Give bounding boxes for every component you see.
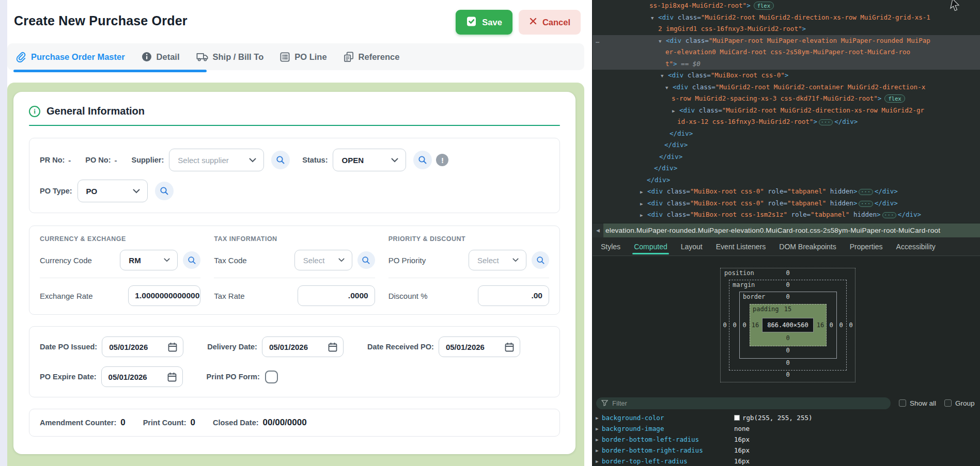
cancel-button[interactable]: Cancel <box>519 10 581 35</box>
status-select[interactable]: OPEN <box>333 149 406 171</box>
exchange-rate-input[interactable]: 1.0000000000000 <box>128 285 200 306</box>
dom-tree-line[interactable]: 2 imgGird1 css-16fnxy3-MuiGrid2-root"> <box>593 23 980 35</box>
color-swatch[interactable] <box>734 415 740 421</box>
expand-children-button[interactable]: ··· <box>882 212 896 218</box>
dom-tree-line[interactable]: s-row MuiGrid2-spacing-xs-3 css-dkd71f-M… <box>593 93 980 105</box>
node-more-actions-button[interactable]: … <box>596 35 600 47</box>
disclosure-arrow-icon[interactable]: ▼ <box>651 12 658 24</box>
dom-tree-line[interactable]: </div> <box>593 151 980 163</box>
devtools-tab-event-listeners[interactable]: Event Listeners <box>709 237 773 255</box>
devtools-tab-properties[interactable]: Properties <box>843 237 890 255</box>
property-disclosure-arrow-icon[interactable]: ▶ <box>596 448 602 453</box>
date-received-po-input[interactable]: 05/01/2026 <box>439 336 520 357</box>
print-po-form-checkbox[interactable] <box>265 371 278 383</box>
property-disclosure-arrow-icon[interactable]: ▶ <box>596 415 602 421</box>
dom-tree-line[interactable]: </div> <box>593 163 980 174</box>
dom-tree-line[interactable]: t"> == $0 <box>593 58 980 70</box>
group-checkbox[interactable] <box>944 399 952 407</box>
delivery-date-input[interactable]: 05/01/2026 <box>262 336 344 357</box>
dom-tree-line[interactable]: …▼<div class="MuiPaper-root MuiPaper-ele… <box>593 35 980 47</box>
property-name[interactable]: background-color <box>602 414 664 422</box>
dom-tree-line[interactable]: ▼<div class="MuiGrid2-root MuiGrid2-cont… <box>593 82 980 93</box>
dom-tree-line[interactable]: ▶<div class="MuiGrid2-root MuiGrid2-dire… <box>593 105 980 117</box>
po-type-select[interactable]: PO <box>77 180 148 202</box>
po-priority-select[interactable]: Select <box>469 250 526 270</box>
margin-left-value[interactable]: 0 <box>733 322 736 329</box>
dom-tree-line[interactable]: ▼<div class="MuiGrid2-root MuiGrid2-dire… <box>593 12 980 24</box>
supplier-search-button[interactable] <box>271 151 290 169</box>
tax-code-select[interactable]: Select <box>294 250 352 270</box>
expand-children-button[interactable]: ··· <box>819 119 833 125</box>
tab-reference[interactable]: Reference <box>344 52 400 62</box>
devtools-tab-layout[interactable]: Layout <box>674 237 709 255</box>
disclosure-arrow-icon[interactable]: ▼ <box>661 70 668 82</box>
disclosure-arrow-icon[interactable]: ▶ <box>640 198 647 210</box>
disclosure-arrow-icon[interactable]: ▼ <box>659 36 666 47</box>
show-all-checkbox[interactable] <box>899 399 906 407</box>
position-left-value[interactable]: 0 <box>723 322 726 329</box>
dom-tree-line[interactable]: </div> <box>593 174 980 186</box>
save-button[interactable]: Save <box>456 10 512 35</box>
tax-search-button[interactable] <box>357 251 375 269</box>
border-top-value[interactable]: 0 <box>786 293 789 300</box>
property-name[interactable]: border-bottom-right-radius <box>602 446 703 454</box>
dom-tree-line[interactable]: ▶<div class="MuiBox-root css-0" role="ta… <box>593 186 980 198</box>
padding-bottom-value[interactable]: 0 <box>786 334 789 342</box>
devtools-tab-dom-breakpoints[interactable]: DOM Breakpoints <box>772 237 843 255</box>
margin-top-value[interactable]: 0 <box>786 281 789 288</box>
po-type-search-button[interactable] <box>155 182 174 200</box>
expand-children-button[interactable]: ··· <box>859 201 873 207</box>
border-right-value[interactable]: 0 <box>829 322 833 329</box>
dom-tree-line[interactable]: er-elevation0 MuiCard-root css-2s58ym-Mu… <box>593 46 980 58</box>
dom-tree-line[interactable]: </div> <box>593 139 980 151</box>
border-left-value[interactable]: 0 <box>742 322 746 329</box>
dom-tree-line[interactable]: </div> <box>593 128 980 140</box>
margin-bottom-value[interactable]: 0 <box>786 359 789 366</box>
tab-purchase-order-master[interactable]: Purchase Order Master <box>15 52 125 62</box>
devtools-tab-styles[interactable]: Styles <box>594 237 627 255</box>
property-name[interactable]: background-image <box>602 425 664 432</box>
tax-rate-input[interactable]: .0000 <box>298 285 375 306</box>
date-po-issued-input[interactable]: 05/01/2026 <box>102 336 183 357</box>
expand-children-button[interactable]: ··· <box>859 189 873 195</box>
position-top-value[interactable]: 0 <box>786 269 789 277</box>
status-search-button[interactable] <box>413 151 432 169</box>
disclosure-arrow-icon[interactable]: ▼ <box>665 82 673 94</box>
disclosure-arrow-icon[interactable]: ▶ <box>640 210 647 221</box>
discount-input[interactable]: .00 <box>478 285 549 306</box>
devtools-tab-accessibility[interactable]: Accessibility <box>890 237 942 255</box>
po-expire-date-input[interactable]: 05/01/2026 <box>101 366 183 387</box>
property-disclosure-arrow-icon[interactable]: ▶ <box>596 459 602 464</box>
border-bottom-value[interactable]: 0 <box>786 347 789 354</box>
supplier-select[interactable]: Select supplier <box>169 149 264 171</box>
padding-top-value[interactable]: 15 <box>784 306 791 313</box>
breadcrumb-back-button[interactable]: ◀ <box>593 223 603 237</box>
tab-detail[interactable]: Detail <box>142 52 180 62</box>
priority-search-button[interactable] <box>532 251 549 269</box>
dom-tree-line[interactable]: ▶<div class="MuiBox-root css-0" role="ta… <box>593 198 980 210</box>
currency-search-button[interactable] <box>183 251 200 269</box>
dom-tree-line[interactable]: ▶<div class="MuiBox-root css-1sm2s1z" ro… <box>593 209 980 221</box>
dom-tree-line[interactable]: ▼<div class="MuiBox-root css-0"> <box>593 70 980 82</box>
property-disclosure-arrow-icon[interactable]: ▶ <box>596 437 602 442</box>
position-right-value[interactable]: 0 <box>849 322 852 329</box>
tab-po-line[interactable]: PO Line <box>280 52 326 62</box>
dom-tree-line[interactable]: id-xs-12 css-16fnxy3-MuiGrid2-root">···<… <box>593 116 980 128</box>
disclosure-arrow-icon[interactable]: ▶ <box>640 186 647 198</box>
property-disclosure-arrow-icon[interactable]: ▶ <box>596 426 602 431</box>
devtools-tab-computed[interactable]: Computed <box>627 237 674 255</box>
filter-input[interactable]: Filter <box>596 397 891 409</box>
currency-code-select[interactable]: RM <box>120 250 178 270</box>
flex-badge[interactable]: flex <box>754 2 774 10</box>
padding-left-value[interactable]: 16 <box>752 322 759 329</box>
box-model-content[interactable]: 866.400×560 <box>762 318 814 332</box>
tab-ship-bill-to[interactable]: Ship / Bill To <box>196 52 264 62</box>
flex-badge[interactable]: flex <box>884 94 905 103</box>
position-bottom-value[interactable]: 0 <box>786 371 789 378</box>
property-name[interactable]: border-bottom-left-radius <box>602 436 699 443</box>
margin-right-value[interactable]: 0 <box>839 322 843 329</box>
padding-right-value[interactable]: 16 <box>817 322 824 329</box>
dom-tree-line[interactable]: ss-1pi8xg4-MuiGrid2-root">flex <box>593 0 980 12</box>
disclosure-arrow-icon[interactable]: ▶ <box>672 105 679 117</box>
property-name[interactable]: border-top-left-radius <box>602 457 688 465</box>
